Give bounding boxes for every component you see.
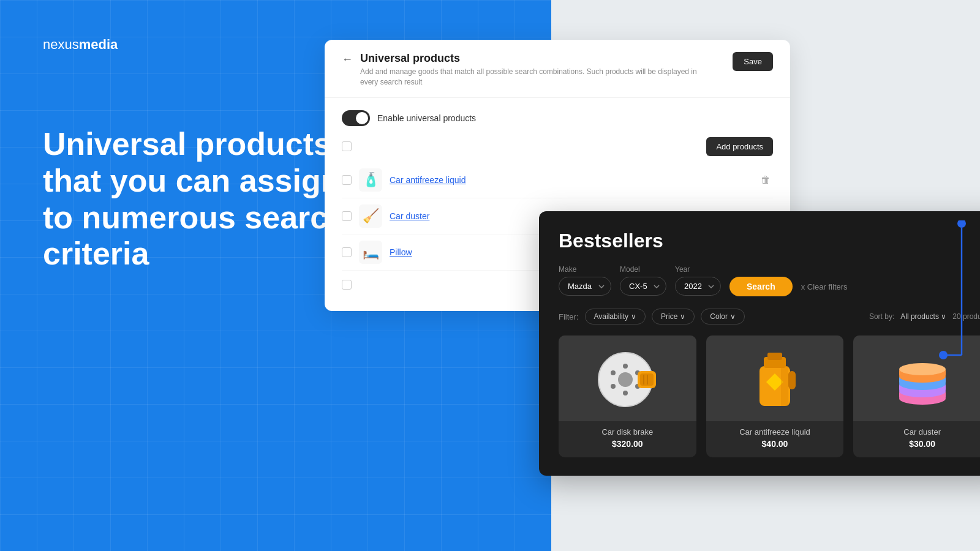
- product-checkbox-4[interactable]: [342, 280, 352, 290]
- model-group: Model CX-5: [620, 265, 666, 296]
- enable-toggle[interactable]: [342, 110, 370, 126]
- toggle-label: Enable universal products: [377, 113, 476, 123]
- filter-bar: Filter: Availability ∨ Price ∨ Color ∨ S…: [559, 309, 980, 324]
- product-price-duster: $30.00: [853, 439, 980, 457]
- right-panel: ← Universal products Add and manage good…: [551, 0, 980, 551]
- product-price-brake: $320.00: [559, 439, 696, 457]
- product-card-brake[interactable]: Car disk brake $320.00: [559, 335, 696, 457]
- product-list-header: Add products: [342, 137, 773, 156]
- product-name-duster-dark: Car duster: [853, 421, 980, 439]
- logo-bold: media: [79, 37, 118, 52]
- product-price-antifreeze: $40.00: [706, 439, 844, 457]
- color-filter[interactable]: Color ∨: [701, 309, 745, 324]
- bestsellers-title: Bestsellers: [559, 230, 980, 252]
- year-select[interactable]: 2022: [675, 277, 721, 296]
- model-label: Model: [620, 265, 666, 274]
- model-select[interactable]: CX-5: [620, 277, 666, 296]
- product-row-antifreeze: 🧴 Car antifreeze liquid 🗑: [342, 162, 773, 198]
- product-checkbox-1[interactable]: [342, 175, 352, 185]
- admin-header-left: ← Universal products Add and manage good…: [342, 52, 715, 88]
- svg-point-7: [623, 364, 628, 369]
- make-select[interactable]: Mazda: [559, 277, 611, 296]
- sort-label: Sort by:: [869, 312, 894, 321]
- save-button[interactable]: Save: [733, 52, 773, 71]
- product-img-antifreeze-dark: [706, 335, 844, 421]
- admin-title-group: Universal products Add and manage goods …: [360, 52, 715, 88]
- product-img-brake: [559, 335, 696, 421]
- main-container: nexusmedia Universal products that you c…: [0, 0, 980, 551]
- clear-filters-link[interactable]: x Clear filters: [801, 282, 848, 291]
- hero-text: Universal products that you can assign t…: [43, 126, 349, 272]
- svg-rect-21: [781, 366, 788, 406]
- delete-icon-antifreeze[interactable]: 🗑: [758, 172, 773, 188]
- product-checkbox-3[interactable]: [342, 247, 352, 257]
- admin-title: Universal products: [360, 52, 715, 65]
- product-checkbox-2[interactable]: [342, 211, 352, 221]
- toggle-row: Enable universal products: [342, 110, 773, 126]
- svg-point-4: [939, 351, 948, 359]
- bestsellers-card: Bestsellers Make Mazda Model CX-5 Year: [539, 211, 980, 476]
- product-img-duster: 🧹: [359, 204, 382, 228]
- add-products-button[interactable]: Add products: [706, 137, 773, 156]
- svg-rect-14: [640, 373, 654, 386]
- svg-point-0: [957, 220, 966, 228]
- back-arrow[interactable]: ←: [342, 53, 353, 66]
- filter-bar-left: Filter: Availability ∨ Price ∨ Color ∨: [559, 309, 745, 324]
- admin-header: ← Universal products Add and manage good…: [325, 40, 790, 98]
- product-img-antifreeze: 🧴: [359, 168, 382, 192]
- search-button[interactable]: Search: [729, 277, 793, 296]
- clear-filters-wrapper: x Clear filters: [801, 281, 848, 292]
- price-filter[interactable]: Price ∨: [652, 309, 695, 324]
- product-name-antifreeze[interactable]: Car antifreeze liquid: [390, 175, 751, 185]
- vehicle-filter-row: Make Mazda Model CX-5 Year 2022: [559, 264, 980, 296]
- product-name-antifreeze-dark: Car antifreeze liquid: [706, 421, 844, 439]
- svg-point-9: [611, 370, 616, 375]
- make-label: Make: [559, 265, 611, 274]
- svg-point-11: [611, 384, 616, 389]
- logo-light: nexus: [43, 37, 79, 52]
- filter-bar-label: Filter:: [559, 312, 579, 321]
- admin-subtitle: Add and manage goods that match all poss…: [360, 67, 715, 88]
- year-group: Year 2022: [675, 265, 721, 296]
- year-label: Year: [675, 265, 721, 274]
- availability-filter[interactable]: Availability ∨: [585, 309, 646, 324]
- select-all-checkbox[interactable]: [342, 141, 352, 151]
- search-btn-wrapper: Search: [729, 277, 793, 296]
- svg-rect-19: [767, 353, 782, 360]
- product-card-antifreeze[interactable]: Car antifreeze liquid $40.00: [706, 335, 844, 457]
- products-grid: Car disk brake $320.00: [559, 335, 980, 457]
- product-name-brake: Car disk brake: [559, 421, 696, 439]
- svg-point-6: [618, 372, 633, 387]
- make-group: Make Mazda: [559, 265, 611, 296]
- svg-rect-22: [788, 371, 796, 389]
- arrow-connector: [937, 220, 974, 388]
- svg-point-8: [623, 391, 628, 395]
- product-img-pillow: 🛏️: [359, 241, 382, 264]
